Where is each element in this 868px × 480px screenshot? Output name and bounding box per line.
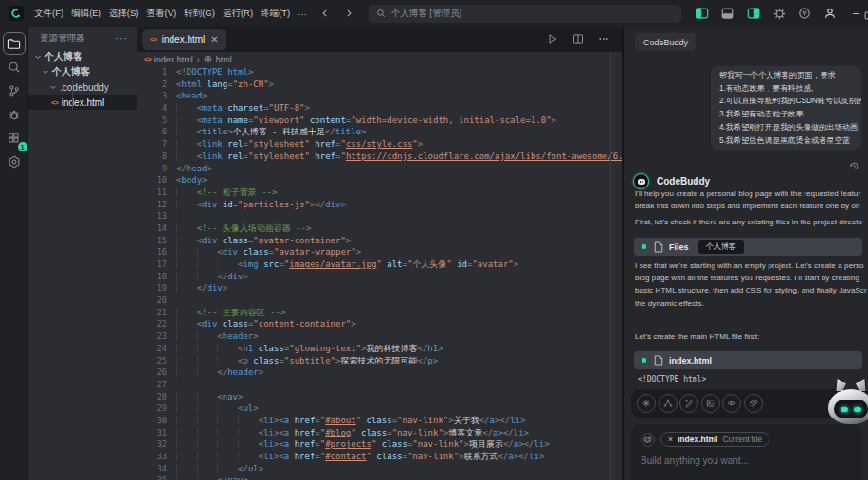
account-icon[interactable]	[823, 7, 837, 20]
code-line: 22 <div class="content-container">	[137, 318, 622, 330]
line-number: 32	[137, 438, 167, 451]
settings-gear-icon[interactable]	[772, 7, 786, 20]
line-number: 23	[137, 330, 167, 343]
line-number: 33	[137, 451, 167, 463]
chip-close-icon[interactable]: ×	[668, 435, 673, 444]
code-line: 24 <h1 class="glowing-text">我的科技博客</h1>	[137, 343, 622, 355]
line-number: 24	[137, 343, 167, 355]
toggle-secondary-sidebar-icon[interactable]	[747, 7, 760, 20]
code-line: 30 <li><a href="#about" class="nav-link"…	[137, 415, 622, 427]
menu-selection[interactable]: 选择(S)	[105, 4, 143, 24]
user-message-line: 5.我希望总色调是黑底烫金或者星空蓝	[719, 134, 853, 148]
line-number: 20	[137, 294, 167, 307]
context-file-chip[interactable]: × index.html Current file	[660, 432, 769, 447]
tree-item-label: index.html	[62, 98, 105, 108]
code-line: 5 <meta name="viewport" content="width=d…	[137, 115, 622, 127]
tool-nodes-icon[interactable]	[659, 394, 678, 413]
extensions-icon[interactable]: 1	[3, 127, 26, 150]
menu-edit[interactable]: 编辑(E)	[67, 4, 105, 24]
tree-item-codebuddy[interactable]: .codebuddy	[28, 80, 137, 95]
nav-back-icon[interactable]	[320, 9, 330, 18]
code-line: 19 </div>	[137, 282, 622, 294]
line-number: 11	[137, 187, 167, 199]
line-number: 5	[137, 115, 167, 127]
search-input[interactable]: 个人博客 [管理员]	[369, 5, 681, 23]
menu-view[interactable]: 查看(V)	[142, 4, 180, 24]
tree-item-root[interactable]: 个人博客	[28, 49, 137, 64]
robot-head	[828, 389, 868, 424]
assistant-text-line: Let's create the main HTML file first:	[635, 330, 868, 343]
codebuddy-tab[interactable]: CodeBuddy	[635, 33, 696, 51]
line-number: 29	[137, 402, 167, 415]
code-content[interactable]: 1<!DOCTYPE html>2<html lang="zh-CN">3<he…	[137, 66, 622, 480]
chevron-down-icon	[49, 83, 57, 91]
code-line: 2<html lang="zh-CN">	[137, 79, 622, 91]
file-tree: 个人博客个人博客.codebuddy<>index.html	[28, 49, 137, 110]
user-message-line: 2.可以直接导航到我的CSDN账号以及别的	[719, 95, 853, 108]
line-number: 4	[137, 102, 167, 115]
tool-pen-icon[interactable]	[679, 394, 698, 413]
explorer-icon[interactable]	[3, 32, 26, 55]
menu-bar: 文件(F)编辑(E)选择(S)查看(V)转到(G)运行(R)终端(T)	[30, 4, 294, 24]
run-preview-icon[interactable]	[547, 31, 558, 48]
explorer-sidebar: 资源管理器 ··· 个人博客个人博客.codebuddy<>index.html	[28, 27, 137, 480]
menu-overflow[interactable]: ···	[294, 5, 311, 23]
source-control-icon[interactable]	[3, 80, 26, 102]
mention-icon[interactable]: @	[641, 433, 655, 447]
index-card-label: index.html	[669, 356, 712, 365]
nav-forward-icon[interactable]	[344, 9, 353, 18]
sidebar-more-icon[interactable]: ···	[115, 32, 128, 44]
robot-eye	[841, 407, 848, 412]
menu-file[interactable]: 文件(F)	[30, 4, 67, 24]
code-line: 12 <div id="particles-js"></div>	[137, 199, 622, 211]
user-message-line: 4.我希望刚打开是我的头像做的出场动画	[719, 121, 853, 134]
line-number: 31	[137, 427, 167, 439]
tool-rocket-icon[interactable]	[744, 394, 763, 413]
line-number: 22	[137, 318, 167, 330]
breadcrumb-node[interactable]: html	[216, 55, 232, 64]
menu-terminal[interactable]: 终端(T)	[257, 4, 294, 24]
line-number: 1	[137, 66, 167, 79]
breadcrumb-file[interactable]: index.html	[154, 55, 193, 64]
html-file-icon: <>	[144, 55, 151, 63]
maximize-icon[interactable]	[863, 8, 868, 25]
line-number: 30	[137, 415, 167, 427]
tool-image-icon[interactable]	[701, 394, 720, 413]
toggle-primary-sidebar-icon[interactable]	[696, 7, 709, 20]
restore-checkpoint-icon[interactable]	[849, 158, 859, 175]
tool-design-icon[interactable]	[637, 394, 656, 413]
codebuddy-sidebar-icon[interactable]	[3, 151, 26, 173]
run-debug-icon[interactable]	[3, 103, 26, 126]
tree-item-folder[interactable]: 个人博客	[28, 64, 137, 80]
html-file-icon: <>	[150, 35, 156, 44]
editor-area: <> index.html ✕ <> index.html › html 1<!…	[137, 27, 622, 480]
line-number: 2	[137, 79, 167, 91]
tab-index-html[interactable]: <> index.html ✕	[142, 29, 226, 50]
chip-file-note: Current file	[722, 435, 762, 444]
line-number: 28	[137, 391, 167, 403]
code-line: 6 <title>个人博客 - 科技感十足</title>	[137, 126, 622, 138]
line-number: 7	[137, 138, 167, 151]
assistant-text-line: break this down into steps and implement…	[635, 200, 868, 212]
line-number: 27	[137, 379, 167, 391]
editor-more-icon[interactable]	[598, 31, 609, 48]
user-message-line: 3.我希望有动态粒子效果	[719, 108, 853, 121]
index-html-card[interactable]: index.html	[634, 351, 862, 369]
files-card[interactable]: Files 个人博客	[634, 238, 862, 256]
code-line: 9</head>	[137, 163, 622, 175]
split-editor-icon[interactable]	[572, 31, 584, 48]
copilot-icon[interactable]	[798, 7, 811, 20]
line-number: 9	[137, 163, 167, 175]
chat-input-box[interactable]: @ × index.html Current file Build anythi…	[631, 424, 862, 480]
menu-goto[interactable]: 转到(G)	[180, 4, 219, 24]
tab-label: index.html	[162, 34, 206, 44]
code-line: 27	[137, 379, 622, 391]
search-sidebar-icon[interactable]	[3, 56, 26, 79]
breadcrumb: <> index.html › html	[137, 52, 622, 66]
toggle-panel-icon[interactable]	[721, 7, 734, 20]
tree-item-index-html[interactable]: <>index.html	[28, 95, 137, 110]
menu-run[interactable]: 运行(R)	[219, 4, 257, 24]
minimize-icon[interactable]	[849, 7, 862, 20]
tool-eye-icon[interactable]	[722, 394, 741, 413]
tab-close-icon[interactable]: ✕	[210, 34, 218, 44]
